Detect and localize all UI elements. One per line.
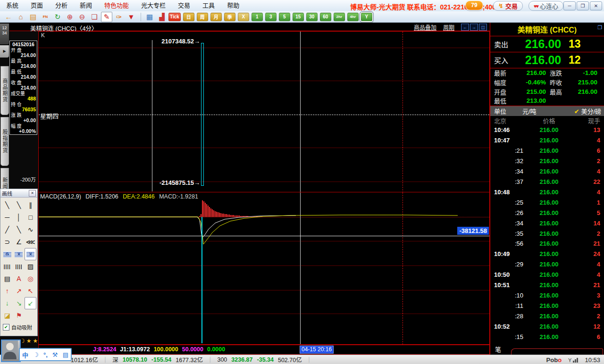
menu-系统[interactable]: 系统	[0, 0, 25, 11]
period-1[interactable]: 1	[252, 13, 263, 21]
flag-tool[interactable]: ⚑	[13, 309, 25, 322]
maximize-button[interactable]: ❐	[577, 1, 589, 10]
tick-row[interactable]: :28216.002	[490, 311, 604, 321]
tick-row[interactable]: :15216.006	[490, 331, 604, 342]
period-4hr[interactable]: 4hr	[347, 13, 359, 21]
menu-新闻[interactable]: 新闻	[74, 0, 98, 11]
tick-row[interactable]: :26216.005	[490, 207, 604, 218]
cycle-lines-tool[interactable]: ||||	[13, 260, 25, 273]
gann-wheel-tool[interactable]: ◎	[25, 273, 36, 285]
percent-lines-tool[interactable]: X	[25, 248, 36, 260]
eraser-tool[interactable]: ◪	[1, 309, 13, 322]
channel-tool[interactable]: ▤	[1, 273, 13, 285]
period-2hr[interactable]: 2hr	[334, 13, 345, 21]
arrow-up-tool[interactable]: ↑	[1, 285, 13, 297]
sidebar-tab-股指期货[interactable]: 股指期货	[0, 117, 9, 166]
segment-tool[interactable]: ╲	[13, 199, 25, 211]
period-link[interactable]: 周期	[443, 23, 454, 31]
trade-button[interactable]: ↯ 交易	[493, 1, 523, 11]
tick-row[interactable]: :56216.0021	[490, 239, 604, 249]
menu-工具[interactable]: 工具	[196, 0, 221, 11]
refresh-icon[interactable]: ↻	[52, 12, 63, 22]
unit-row[interactable]: 单位 元/吨 ✔ 美分/磅	[490, 106, 604, 116]
menu-交易[interactable]: 交易	[172, 0, 196, 11]
assistant-avatar[interactable]	[1, 339, 21, 362]
filter-icon[interactable]: ▼	[126, 12, 137, 22]
tick-row[interactable]: :11216.0023	[490, 300, 604, 311]
arc-tool[interactable]: ⊃	[1, 236, 13, 248]
text-tool[interactable]: A	[13, 273, 25, 285]
wave-tool[interactable]: ∿	[25, 223, 36, 236]
tick-row[interactable]: :10216.003	[490, 290, 604, 301]
slant-lines-tool[interactable]: ▨	[25, 260, 36, 273]
trend-line-tool[interactable]: ╲	[1, 199, 13, 211]
period-月[interactable]: 月	[210, 13, 222, 21]
ime-lang-icon[interactable]: 中	[22, 350, 28, 359]
tick-row[interactable]: :32216.002	[490, 156, 604, 166]
parallel-lines-tool[interactable]: ∥	[25, 199, 36, 211]
tick-row[interactable]: :34216.004	[490, 166, 604, 177]
period-60[interactable]: 60	[320, 13, 331, 21]
sidebar-tab-商品期货[interactable]: 商品期货	[0, 66, 9, 115]
period-5[interactable]: 5	[279, 13, 290, 21]
gann-fan-tool[interactable]: ⋘	[25, 236, 36, 248]
arrow-sw-tool[interactable]: ↙	[25, 297, 36, 309]
checkbox-checked-icon[interactable]: ✔	[3, 324, 9, 331]
tick-row[interactable]: :34216.0014	[490, 218, 604, 228]
tick-row[interactable]: 10:52216.0012	[490, 321, 604, 331]
paint-icon[interactable]: ✑	[113, 12, 125, 22]
period-X[interactable]: X	[238, 13, 249, 21]
next-page-icon[interactable]: →	[470, 24, 478, 31]
draw-panel-titlebar[interactable]: 画线 ✕	[0, 189, 37, 198]
zoom-out-icon[interactable]: ⊖	[76, 12, 88, 22]
fan-lines-tool[interactable]: ∠	[13, 236, 25, 248]
period-季[interactable]: 季	[224, 13, 235, 21]
tick-row[interactable]: 10:46216.0013	[490, 125, 604, 135]
ime-clipboard-icon[interactable]: ▤	[63, 351, 68, 358]
tick-row[interactable]: :25216.001	[490, 197, 604, 207]
tick-row[interactable]: :21216.006	[490, 146, 604, 156]
tab-bi[interactable]: 笔	[495, 345, 501, 354]
tick-row[interactable]: 10:49216.0024	[490, 249, 604, 259]
period-周[interactable]: 周	[197, 13, 208, 21]
period-3[interactable]: 3	[265, 13, 277, 21]
period-Tick[interactable]: Tick	[168, 13, 181, 21]
ime-moon-icon[interactable]: ☽	[33, 351, 39, 358]
rectangle-tool[interactable]: □	[25, 211, 36, 223]
tick-row[interactable]: 10:47216.004	[490, 135, 604, 146]
notification-badge[interactable]: 79	[465, 0, 483, 10]
corner-arrow-tab[interactable]: ▶	[0, 45, 9, 58]
restore-window-icon[interactable]: ❐	[597, 25, 602, 31]
tick-row[interactable]: :37216.0022	[490, 177, 604, 187]
menu-页面[interactable]: 页面	[25, 0, 49, 11]
arrow-down-tool[interactable]: ↓	[1, 297, 13, 309]
menu-分析[interactable]: 分析	[49, 0, 74, 11]
tick-row[interactable]: 10:51216.0021	[490, 280, 604, 290]
ime-wrench-icon[interactable]: ⚒	[52, 351, 58, 358]
zoom-in-icon[interactable]: ⊕	[64, 12, 76, 22]
tick-row[interactable]: :35216.002	[490, 228, 604, 239]
arrow-nw-tool[interactable]: ↖	[25, 285, 36, 297]
tick-row[interactable]: 10:48216.004	[490, 187, 604, 197]
ime-punct-icon[interactable]: °,	[43, 351, 48, 358]
menu-特色功能[interactable]: 特色功能	[98, 0, 135, 11]
tick-list[interactable]: 10:46216.001310:47216.004:21216.006:3221…	[490, 125, 604, 342]
menu-帮助[interactable]: 帮助	[221, 0, 245, 11]
prev-page-icon[interactable]: ←	[461, 24, 469, 31]
back-icon[interactable]: ←	[3, 12, 14, 22]
corner-tab[interactable]: 1234	[0, 24, 9, 44]
tick-row[interactable]: :29216.004	[490, 259, 604, 270]
home-icon[interactable]: ⌂	[15, 12, 26, 22]
period-Y[interactable]: Y	[361, 13, 372, 21]
vertical-grid-tool[interactable]: ||||	[1, 260, 13, 273]
period-30[interactable]: 30	[306, 13, 318, 21]
unit-option[interactable]: ✔ 美分/磅	[555, 107, 604, 116]
news-icon[interactable]: ▤	[27, 12, 39, 22]
split-view-icon[interactable]: ◫	[479, 24, 487, 31]
period-15[interactable]: 15	[293, 13, 304, 21]
heart-link-button[interactable]: ♥♥ 心连心	[528, 1, 563, 11]
kline-chart-icon[interactable]: ▟	[156, 12, 168, 22]
close-button[interactable]: ✕	[590, 1, 602, 10]
main-kline-chart[interactable]: K 2107348.52→ -2145875.15→ 星期四	[38, 31, 490, 192]
pencil-icon[interactable]: ✎	[101, 12, 112, 22]
